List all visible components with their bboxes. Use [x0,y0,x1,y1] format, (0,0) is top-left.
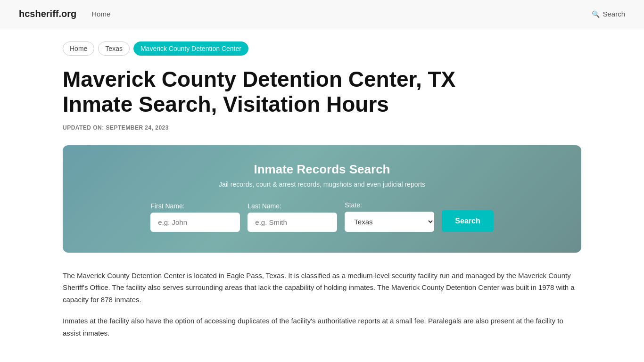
navbar: hcsheriff.org Home 🔍 Search [0,0,644,28]
body-paragraph-1: The Maverick County Detention Center is … [63,270,581,306]
first-name-label: First Name: [150,202,184,210]
breadcrumb: Home Texas Maverick County Detention Cen… [63,41,581,56]
last-name-input[interactable] [248,213,337,232]
search-button[interactable]: Search [442,210,493,232]
first-name-group: First Name: [150,202,240,232]
last-name-group: Last Name: [248,202,337,232]
nav-search-button[interactable]: 🔍 Search [592,10,625,18]
search-icon: 🔍 [592,10,600,18]
search-form: First Name: Last Name: State: AlabamaAla… [85,201,559,232]
page-title: Maverick County Detention Center, TX Inm… [63,67,487,117]
navbar-left: hcsheriff.org Home [19,8,110,19]
nav-search-label: Search [603,10,625,18]
breadcrumb-home[interactable]: Home [63,41,94,56]
search-box-subtitle: Jail records, court & arrest records, mu… [85,181,559,188]
breadcrumb-facility[interactable]: Maverick County Detention Center [133,41,248,56]
main-container: Home Texas Maverick County Detention Cen… [44,28,600,362]
updated-label: UPDATED ON: SEPTEMBER 24, 2023 [63,124,581,131]
inmate-search-box: Inmate Records Search Jail records, cour… [63,145,581,253]
state-group: State: AlabamaAlaskaArizonaArkansasCalif… [345,201,434,232]
breadcrumb-state[interactable]: Texas [98,41,130,56]
site-logo[interactable]: hcsheriff.org [19,8,76,19]
body-paragraph-2: Inmates at the facility also have the op… [63,315,581,339]
last-name-label: Last Name: [248,202,281,210]
state-label: State: [345,201,362,209]
first-name-input[interactable] [150,213,240,232]
search-box-title: Inmate Records Search [85,162,559,177]
nav-home-link[interactable]: Home [91,10,110,18]
state-select[interactable]: AlabamaAlaskaArizonaArkansasCaliforniaCo… [345,212,434,232]
